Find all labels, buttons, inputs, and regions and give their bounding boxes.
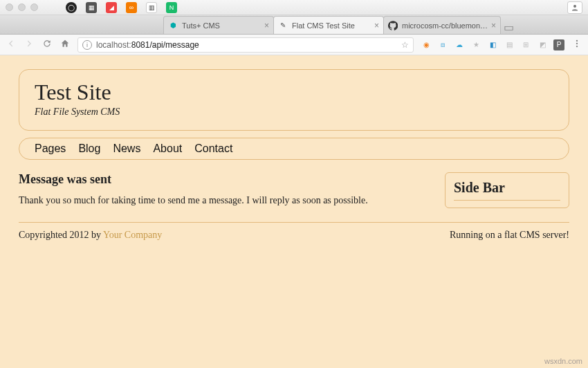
bookmark-icon[interactable]: ▦	[86, 2, 97, 13]
favicon-icon: ✎	[278, 21, 288, 30]
close-window[interactable]	[6, 3, 13, 11]
extension-icon[interactable]: ◧	[487, 39, 498, 50]
nav-link-about[interactable]: About	[153, 142, 182, 155]
svg-point-0	[573, 5, 576, 8]
extension-icon[interactable]: ⊞	[520, 39, 531, 50]
server-note: Running on a flat CMS server!	[450, 230, 569, 241]
close-tab-icon[interactable]: ×	[374, 21, 379, 30]
browser-menu-icon[interactable]	[571, 39, 582, 51]
site-title: Test Site	[35, 80, 553, 105]
favicon-icon: ⬢	[168, 21, 178, 30]
window-controls	[6, 3, 38, 11]
extension-icon[interactable]: ☁	[454, 39, 465, 50]
url-path: /api/message	[149, 40, 199, 50]
watermark: wsxdn.com	[544, 357, 582, 365]
github-icon	[388, 21, 398, 30]
tab-label: Tuts+ CMS	[182, 21, 261, 30]
reload-button[interactable]	[42, 39, 53, 51]
extension-icon[interactable]: ◉	[421, 39, 432, 50]
bookmark-icon[interactable]: N	[166, 2, 177, 13]
url-port: 8081	[131, 40, 150, 50]
close-tab-icon[interactable]: ×	[491, 21, 496, 30]
sidebar-panel: Side Bar	[445, 172, 569, 208]
bookmark-star-icon[interactable]: ☆	[401, 40, 409, 50]
primary-nav: Pages Blog News About Contact	[19, 138, 569, 160]
mac-titlebar: ◯ ▦ ◢ ∞ ▥ N	[0, 0, 588, 15]
bookmark-icon[interactable]: ∞	[126, 2, 137, 13]
close-tab-icon[interactable]: ×	[264, 21, 269, 30]
svg-point-3	[576, 45, 578, 46]
nav-link-blog[interactable]: Blog	[78, 142, 100, 155]
content-row: Message was sent Thank you so much for t…	[19, 172, 569, 208]
svg-point-2	[576, 42, 578, 44]
main-content: Message was sent Thank you so much for t…	[19, 172, 424, 208]
back-button[interactable]	[6, 39, 17, 51]
extension-icon[interactable]: ⧈	[437, 39, 448, 50]
svg-point-1	[576, 39, 578, 41]
extension-icon[interactable]: ▤	[504, 39, 515, 50]
copyright: Copyrighted 2012 by Your Company	[19, 230, 162, 241]
profile-button[interactable]	[567, 1, 582, 14]
sidebar-title: Side Bar	[454, 180, 560, 201]
tab-strip: ⬢ Tuts+ CMS × ✎ Flat CMS Test Site × mic…	[0, 15, 588, 35]
url-host: localhost:	[96, 40, 131, 50]
forward-button[interactable]	[24, 39, 35, 51]
browser-tab[interactable]: ⬢ Tuts+ CMS ×	[163, 16, 274, 34]
minimize-window[interactable]	[18, 3, 26, 11]
browser-tab-active[interactable]: ✎ Flat CMS Test Site ×	[273, 16, 384, 34]
browser-tab[interactable]: microcosm-cc/bluemonday: bl ×	[383, 16, 501, 34]
page-viewport: Test Site Flat File System CMS Pages Blo…	[0, 55, 588, 368]
extension-icon[interactable]: ★	[470, 39, 481, 50]
nav-link-pages[interactable]: Pages	[35, 142, 66, 155]
new-tab-button[interactable]: ▭	[500, 20, 517, 34]
footer-divider	[19, 222, 569, 223]
copyright-text: Copyrighted 2012 by	[19, 230, 103, 240]
bookmark-shortcuts: ◯ ▦ ◢ ∞ ▥ N	[66, 2, 177, 13]
address-bar[interactable]: i localhost:8081/api/message ☆	[77, 37, 414, 53]
bookmark-icon[interactable]: ▥	[146, 2, 157, 13]
browser-toolbar: i localhost:8081/api/message ☆ ◉ ⧈ ☁ ★ ◧…	[0, 35, 588, 55]
message-body: Thank you so much for taking time to sen…	[19, 195, 424, 206]
site-info-icon[interactable]: i	[82, 40, 92, 50]
home-button[interactable]	[59, 39, 71, 51]
extensions: ◉ ⧈ ☁ ★ ◧ ▤ ⊞ ◩ P	[421, 39, 564, 50]
company-link[interactable]: Your Company	[103, 230, 162, 240]
bookmark-icon[interactable]: ◢	[106, 2, 117, 13]
tab-label: microcosm-cc/bluemonday: bl	[402, 21, 488, 30]
nav-link-news[interactable]: News	[113, 142, 140, 155]
site-header-panel: Test Site Flat File System CMS	[19, 69, 569, 131]
footer: Copyrighted 2012 by Your Company Running…	[19, 230, 569, 241]
zoom-window[interactable]	[30, 3, 38, 11]
tab-label: Flat CMS Test Site	[292, 21, 371, 30]
site-tagline: Flat File System CMS	[35, 107, 553, 118]
extension-icon[interactable]: ◩	[537, 39, 548, 50]
extension-icon[interactable]: P	[553, 39, 564, 50]
nav-link-contact[interactable]: Contact	[194, 142, 232, 155]
message-heading: Message was sent	[19, 172, 424, 187]
bookmark-icon[interactable]: ◯	[66, 2, 77, 13]
